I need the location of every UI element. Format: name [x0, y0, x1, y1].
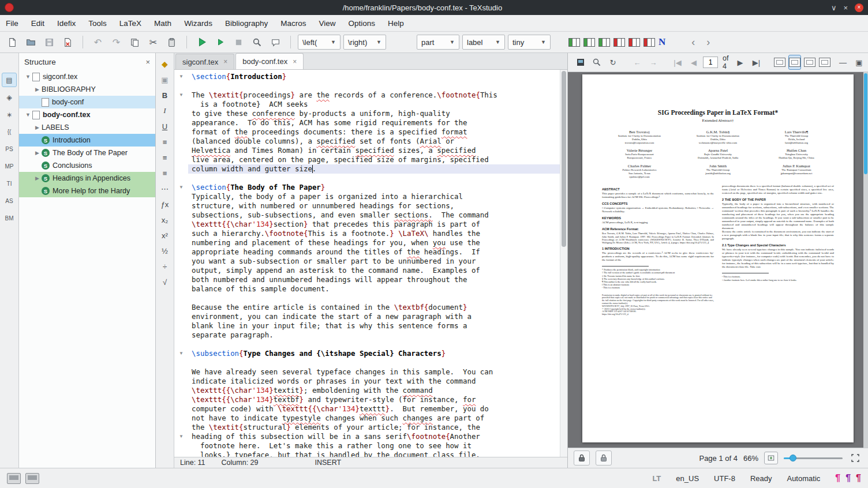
fraction-button[interactable]: ½: [158, 245, 172, 257]
menu-math[interactable]: Math: [154, 19, 171, 28]
code-line[interactable]: numbering and placement of these heading…: [188, 238, 560, 247]
function-button[interactable]: ƒx: [158, 198, 172, 211]
code-lines[interactable]: \section{Introduction}The \textit{procee…: [188, 70, 560, 457]
code-line[interactable]: column width and gutter size.: [188, 164, 560, 174]
structure-item-bibliography[interactable]: ▶BIBLIOGRAPHY: [19, 83, 155, 96]
underline-button[interactable]: U: [158, 120, 172, 133]
code-line[interactable]: structure, with numbered or unnumbered h…: [188, 201, 560, 211]
menu-bibliography[interactable]: Bibliography: [225, 19, 268, 28]
paste-icon[interactable]: [164, 35, 179, 50]
side-panel-tab-symbols[interactable]: ∗: [2, 107, 17, 122]
editor-scrollbar[interactable]: [560, 70, 567, 457]
code-line[interactable]: \section{Introduction}: [188, 72, 560, 81]
tab-sigconf-tex[interactable]: sigconf.tex×: [175, 54, 234, 69]
code-line[interactable]: environment, you can indicate the start …: [188, 312, 560, 321]
quit-button[interactable]: ×: [855, 3, 863, 12]
fit-page-button[interactable]: [788, 55, 801, 70]
pdf-scrollbar-thumb[interactable]: [864, 73, 867, 174]
code-line[interactable]: We have already seen several typeface ch…: [188, 367, 560, 377]
structure-item-body-conf[interactable]: body-conf: [19, 96, 155, 108]
structure-item-sigconf-tex[interactable]: ▼sigconf.tex: [19, 70, 155, 83]
code-line[interactable]: to give these conference by-products a u…: [188, 109, 560, 118]
fold-marker-icon[interactable]: ▼: [174, 91, 188, 100]
code-line[interactable]: the \textit{structural} elements of your…: [188, 423, 560, 432]
minimize-panel-icon[interactable]: —: [836, 55, 850, 69]
code-line[interactable]: looks.} typeface, but that is handled by…: [188, 451, 560, 457]
fit-width-button[interactable]: [773, 55, 786, 70]
side-panel-tab-beamer[interactable]: BM: [2, 211, 17, 226]
code-line[interactable]: \texttt{{\char'134}section} that precede…: [188, 220, 560, 229]
code-line[interactable]: output, simply append an asterisk to the…: [188, 266, 560, 275]
marker-icon-3[interactable]: ¶: [856, 474, 861, 483]
structure-item-body-conf-tex[interactable]: ▼body-conf.tex: [19, 108, 155, 121]
numbers-icon[interactable]: N: [659, 36, 665, 48]
menu-latex[interactable]: LaTeX: [119, 19, 141, 28]
menu-idefix[interactable]: Idefix: [57, 19, 76, 28]
code-line[interactable]: Because the entire article is contained …: [188, 303, 560, 312]
format-painter-button[interactable]: ▣: [158, 73, 172, 86]
previous-page-icon[interactable]: ◀: [687, 55, 701, 69]
code-line[interactable]: [188, 81, 560, 91]
code-line[interactable]: not have to indicate typestyle changes w…: [188, 414, 560, 423]
next-icon[interactable]: ›: [706, 36, 710, 48]
side-panel-tab-brackets[interactable]: {(: [2, 125, 17, 139]
structure-item-introduction[interactable]: SIntroduction: [19, 134, 155, 147]
typewriter-button[interactable]: ⋯: [158, 182, 172, 195]
marker-icon-2[interactable]: ¶: [845, 474, 851, 483]
languagetool-indicator[interactable]: LT: [652, 474, 661, 483]
pdf-view[interactable]: SIG Proceedings Paper in LaTeX Format*Ex…: [568, 72, 868, 448]
log-panel-icon[interactable]: [7, 473, 21, 484]
code-line[interactable]: live area, centered on the page, specifi…: [188, 155, 560, 164]
structure-item-labels[interactable]: ▶LABELS: [19, 121, 155, 134]
code-line[interactable]: heading of this subsection will be in a …: [188, 432, 560, 441]
italic-button[interactable]: I: [158, 104, 172, 117]
insert-comment-icon[interactable]: [268, 35, 283, 50]
forward-icon[interactable]: →: [646, 55, 660, 69]
sectioning-combo[interactable]: part▼: [417, 35, 459, 50]
close-tab-icon[interactable]: ×: [293, 58, 297, 66]
remove-table-icon[interactable]: [643, 38, 655, 47]
reference-combo[interactable]: label▼: [462, 35, 505, 50]
pdf-page-input[interactable]: [703, 57, 718, 68]
last-page-icon[interactable]: ▶|: [749, 55, 763, 69]
code-line[interactable]: appropriate heading commands around the …: [188, 247, 560, 257]
align-left-button[interactable]: ≡: [158, 136, 172, 148]
structure-item-more-help-for-the-hardy[interactable]: SMore Help for the Hardy: [19, 185, 155, 197]
code-line[interactable]: [188, 294, 560, 303]
copy-icon[interactable]: [127, 35, 143, 50]
code-line[interactable]: [188, 340, 560, 349]
structure-item-the-body-of-the-paper[interactable]: ▶SThe Body of The Paper: [19, 147, 155, 159]
pdf-scrollbar[interactable]: [863, 72, 868, 448]
shade-window-button[interactable]: ∨: [831, 4, 837, 12]
code-line[interactable]: \subsection{Type Changes and {\itshape S…: [188, 349, 560, 358]
code-line[interactable]: The \textit{proceedings} are the records…: [188, 91, 560, 100]
fold-marker-icon[interactable]: ▼: [174, 349, 188, 358]
compile-and-view-icon[interactable]: [194, 35, 209, 50]
new-file-icon[interactable]: [5, 35, 20, 50]
close-file-icon[interactable]: [60, 35, 76, 50]
menu-view[interactable]: View: [319, 19, 335, 28]
square-root-button[interactable]: √: [158, 276, 172, 288]
code-line[interactable]: [188, 358, 560, 367]
expander-icon[interactable]: ▶: [33, 87, 42, 92]
superscript-button[interactable]: x²: [158, 229, 172, 242]
code-line[interactable]: footnote here. Let's make this a rather …: [188, 441, 560, 451]
compile-mode-selector[interactable]: Automatic: [787, 474, 820, 483]
undo-icon[interactable]: ↶: [90, 35, 106, 50]
code-line[interactable]: indicate italicized words or phrases in …: [188, 377, 560, 386]
slider-knob[interactable]: [790, 455, 796, 461]
two-pages-button[interactable]: [818, 55, 831, 70]
align-center-button[interactable]: ≡: [158, 151, 172, 164]
code-line[interactable]: format of the proceedings documents: the…: [188, 127, 560, 137]
close-tab-icon[interactable]: ×: [223, 58, 227, 66]
menu-tools[interactable]: Tools: [88, 19, 107, 28]
menu-wizards[interactable]: Wizards: [184, 19, 212, 28]
structure-item-headings-in-appendices[interactable]: ▶SHeadings in Appendices: [19, 172, 155, 185]
code-line[interactable]: Helvetica and Times Roman) in certain sp…: [188, 146, 560, 155]
add-row-icon[interactable]: [583, 38, 595, 47]
code-line[interactable]: subsections, sub-subsections, and even s…: [188, 211, 560, 220]
fold-marker-icon[interactable]: ▼: [174, 183, 188, 192]
previous-icon[interactable]: ‹: [691, 36, 695, 48]
zoom-area-button[interactable]: [803, 55, 816, 70]
code-line[interactable]: such a hierarchy.\footnote{This is a foo…: [188, 229, 560, 238]
